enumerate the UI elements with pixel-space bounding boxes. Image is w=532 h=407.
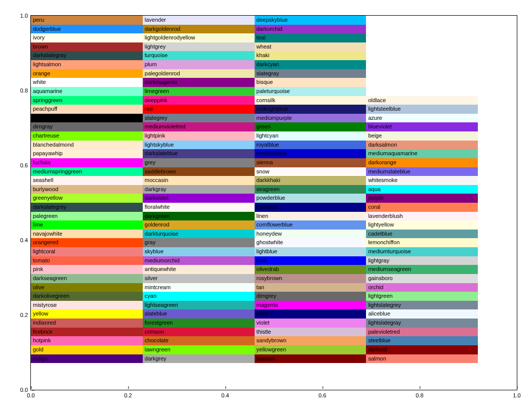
color-swatch: yellowgreen	[255, 345, 366, 354]
color-swatch: honeydew	[255, 230, 366, 239]
color-swatch: lightpink	[143, 131, 255, 141]
color-swatch: palegoldenrod	[143, 69, 255, 78]
color-swatch: brown	[31, 42, 143, 52]
color-swatch: peru	[31, 16, 143, 25]
color-swatch: thistle	[255, 328, 366, 337]
color-swatch: lightyellow	[366, 220, 478, 230]
color-swatch: blueviolet	[366, 122, 478, 131]
color-swatch: mediumpurple	[255, 114, 366, 123]
color-swatch: darkslategray	[31, 51, 143, 60]
color-swatch: blanchedalmond	[31, 141, 143, 150]
color-swatch: palegreen	[31, 212, 143, 221]
color-swatch: navy	[255, 309, 366, 319]
color-swatch: lightslategray	[366, 319, 478, 328]
color-swatch: seagreen	[255, 185, 366, 194]
y-tick: 1.0	[20, 13, 31, 19]
x-tick: 0.4	[221, 390, 229, 398]
color-swatch: darkcyan	[255, 60, 366, 69]
color-swatch: oldlace	[366, 96, 478, 105]
color-swatch: darkorchid	[255, 25, 366, 34]
color-swatch: mediumslateblue	[366, 167, 478, 176]
y-tick: 0.6	[20, 163, 31, 168]
color-swatch: lightsteelblue	[366, 105, 478, 114]
color-swatch: lightslategrey	[366, 301, 478, 310]
color-swatch: lavenderblush	[366, 212, 478, 221]
color-swatch: deepskyblue	[255, 16, 366, 25]
color-swatch: darkslateblue	[143, 149, 255, 158]
color-swatch: yellow	[31, 309, 143, 319]
color-swatch: mediumorchid	[143, 256, 255, 265]
color-swatch: saddlebrown	[143, 167, 255, 176]
color-swatch: lightcoral	[31, 247, 143, 256]
color-swatch: aliceblue	[366, 309, 478, 319]
color-swatch: dimgray	[31, 122, 143, 131]
color-swatch: ghostwhite	[255, 238, 366, 247]
color-swatch: sienna	[255, 158, 366, 167]
color-swatch: lightgreen	[366, 292, 478, 301]
color-swatch: palevioletred	[366, 328, 478, 337]
y-tick: 0.4	[20, 238, 31, 243]
color-swatch: indigo	[31, 354, 143, 364]
color-swatch: darkgreen	[143, 212, 255, 221]
color-swatch: skyblue	[143, 247, 255, 256]
color-swatch: coral	[366, 203, 478, 212]
color-swatch: azure	[366, 114, 478, 123]
color-swatch: slategray	[255, 69, 366, 78]
color-swatch: powderblue	[255, 194, 366, 203]
color-swatch: seashell	[31, 176, 143, 185]
color-swatch: mediumblue	[255, 149, 366, 158]
color-swatch: darkgoldenrod	[143, 25, 255, 34]
color-swatch: ivory	[31, 33, 143, 42]
color-swatch: mediumturquoise	[366, 247, 478, 256]
color-swatch: chartreuse	[31, 131, 143, 141]
color-swatch: floralwhite	[143, 203, 255, 212]
color-swatch: orangered	[31, 238, 143, 247]
color-swatch: purple	[366, 194, 478, 203]
color-swatch: snow	[255, 167, 366, 176]
color-swatch: cornsilk	[255, 96, 366, 105]
color-swatch: whitesmoke	[366, 176, 478, 185]
color-swatch: wheat	[255, 42, 366, 52]
color-swatch: gold	[31, 345, 143, 354]
color-swatch: orchid	[366, 283, 478, 292]
color-swatch: orange	[31, 69, 143, 78]
x-tick: 0.0	[27, 390, 34, 398]
color-swatch: mintcream	[143, 283, 255, 292]
y-tick: 0.2	[20, 312, 31, 318]
color-swatch: grey	[143, 158, 255, 167]
color-swatch: antiquewhite	[143, 265, 255, 274]
color-swatch: olivedrab	[255, 265, 366, 274]
color-swatch: lightskyblue	[143, 141, 255, 150]
color-swatch: tan	[255, 283, 366, 292]
color-swatch: black	[31, 114, 143, 123]
color-swatch: darkorange	[366, 158, 478, 167]
color-swatch: steelblue	[366, 336, 478, 345]
color-swatch: white	[31, 78, 143, 87]
color-swatch: lightseagreen	[143, 301, 255, 310]
color-swatch: navajowhite	[31, 230, 143, 239]
color-swatch: chocolate	[143, 336, 255, 345]
color-swatch: lightcyan	[255, 131, 366, 141]
color-swatch: aquamarine	[31, 87, 143, 96]
color-swatch: rosybrown	[255, 274, 366, 283]
x-tick: 0.6	[318, 390, 326, 398]
color-swatch: lawngreen	[143, 345, 255, 354]
color-swatch: lightblue	[255, 247, 366, 256]
figure: http://blog.csdn.net/qq_26376175 0.00.20…	[0, 0, 532, 407]
color-swatch: lemonchiffon	[366, 238, 478, 247]
color-swatch: darkturquoise	[143, 230, 255, 239]
color-swatch: greenyellow	[31, 194, 143, 203]
color-swatch: maroon	[255, 354, 366, 364]
color-swatch: cyan	[143, 292, 255, 301]
color-swatch: deeppink	[143, 96, 255, 105]
color-swatch: mediumseagreen	[366, 265, 478, 274]
color-swatch: fuchsia	[31, 158, 143, 167]
color-swatch: salmon	[366, 354, 478, 364]
color-swatch: teal	[255, 33, 366, 42]
color-swatch: lime	[31, 220, 143, 230]
color-swatch: firebrick	[31, 328, 143, 337]
color-swatch: gainsboro	[366, 274, 478, 283]
color-swatch: silver	[143, 274, 255, 283]
color-swatch: mediumspringgreen	[31, 167, 143, 176]
color-swatch: slategrey	[143, 114, 255, 123]
